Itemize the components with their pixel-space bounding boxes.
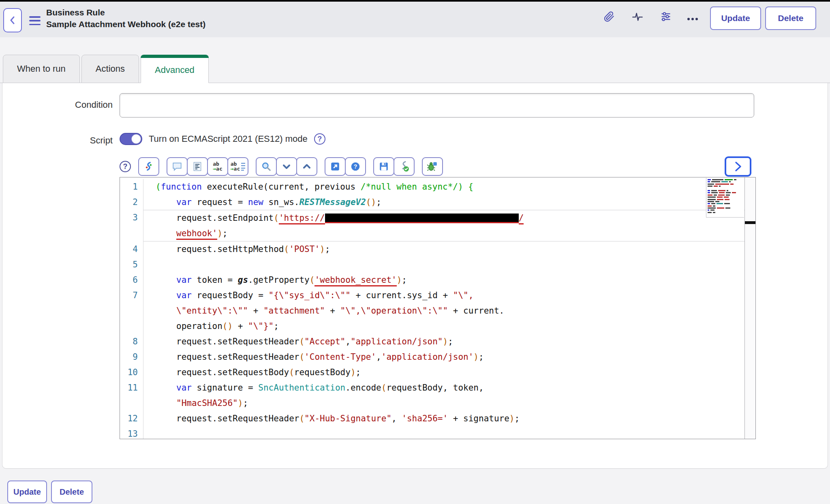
line-number: 4 xyxy=(120,241,143,257)
code-line[interactable]: 3request.setEndpoint('https:///webhook')… xyxy=(120,210,744,241)
line-number: 7 xyxy=(120,288,143,334)
code-line[interactable]: 11var signature = SncAuthentication.enco… xyxy=(120,380,744,411)
code-line[interactable]: 5 xyxy=(120,257,744,272)
editor-help-blue-icon[interactable]: ? xyxy=(345,157,366,176)
line-number: 3 xyxy=(120,210,143,241)
condition-input[interactable] xyxy=(120,93,754,117)
ecmascript-toggle-label: Turn on ECMAScript 2021 (ES12) mode xyxy=(149,134,308,144)
save-icon[interactable] xyxy=(373,157,394,176)
script-code-editor[interactable]: 1(function executeRule(current, previous… xyxy=(120,177,756,439)
record-type: Business Rule xyxy=(46,6,205,18)
tab-advanced[interactable]: Advanced xyxy=(141,55,209,83)
tab-when-to-run[interactable]: When to run xyxy=(3,55,80,83)
personalize-form-sliders-icon[interactable] xyxy=(660,11,672,23)
footer-delete-button[interactable]: Delete xyxy=(51,481,92,503)
ecmascript-help-icon[interactable]: ? xyxy=(314,133,325,145)
ecmascript-toggle-row: Turn on ECMAScript 2021 (ES12) mode ? xyxy=(120,133,325,145)
attachment-paperclip-icon[interactable] xyxy=(603,11,615,23)
line-number: 12 xyxy=(120,411,143,426)
tab-bar: When to run Actions Advanced xyxy=(3,55,209,83)
condition-label: Condition xyxy=(0,100,113,110)
editor-scrollbar-thumb[interactable] xyxy=(745,221,755,224)
find-next-chevron-down-icon[interactable] xyxy=(276,157,297,176)
code-line[interactable]: 9request.setRequestHeader('Content-Type'… xyxy=(120,349,744,365)
activity-stream-icon[interactable] xyxy=(631,11,644,23)
expand-editor-chevron-right-button[interactable] xyxy=(725,156,751,177)
format-code-script-icon[interactable] xyxy=(138,157,159,176)
format-document-icon[interactable] xyxy=(187,157,208,176)
editor-help-icon[interactable]: ? xyxy=(120,161,131,172)
code-minimap[interactable] xyxy=(706,178,744,218)
redacted-url xyxy=(325,214,519,223)
line-number: 13 xyxy=(120,426,143,439)
code-line[interactable]: 1(function executeRule(current, previous… xyxy=(120,179,744,194)
code-line[interactable]: 8request.setRequestHeader("Accept","appl… xyxy=(120,334,744,349)
context-menu-icon[interactable] xyxy=(29,16,41,25)
search-icon[interactable] xyxy=(256,157,277,176)
open-in-new-window-icon[interactable] xyxy=(325,157,346,176)
more-options-ellipsis-icon[interactable] xyxy=(687,13,699,25)
line-number: 8 xyxy=(120,334,143,349)
replace-all-icon[interactable]: ab→ac xyxy=(227,157,248,176)
line-number: 11 xyxy=(120,380,143,411)
ecmascript-mode-toggle[interactable] xyxy=(120,133,142,145)
code-line[interactable]: 6var token = gs.getProperty('webhook_sec… xyxy=(120,272,744,288)
footer-update-button[interactable]: Update xyxy=(7,481,47,503)
chevron-left-icon xyxy=(8,15,17,26)
toggle-comment-icon[interactable] xyxy=(167,157,188,176)
code-line[interactable]: 10request.setRequestBody(requestBody); xyxy=(120,365,744,380)
code-lines: 1(function executeRule(current, previous… xyxy=(120,179,744,439)
find-previous-chevron-up-icon[interactable] xyxy=(296,157,317,176)
tab-actions[interactable]: Actions xyxy=(81,55,139,83)
line-number: 2 xyxy=(120,194,143,210)
line-number: 1 xyxy=(120,179,143,194)
code-line[interactable]: 7var requestBody = "{\"sys_id\":\"" + cu… xyxy=(120,288,744,334)
code-line[interactable]: 13 xyxy=(120,426,744,439)
line-number: 9 xyxy=(120,349,143,365)
toggle-knob xyxy=(131,134,141,144)
page-title: Business Rule Sample Attachment Webhook … xyxy=(46,6,205,30)
code-line[interactable]: 2var request = new sn_ws.RESTMessageV2()… xyxy=(120,194,744,210)
code-line[interactable]: 12request.setRequestHeader("X-Hub-Signat… xyxy=(120,411,744,426)
delete-button[interactable]: Delete xyxy=(765,6,816,30)
line-number: 6 xyxy=(120,272,143,288)
script-editor-toolbar: ? ab→ac ab→ac xyxy=(120,157,443,176)
line-number: 5 xyxy=(120,257,143,272)
svg-text:?: ? xyxy=(354,163,357,170)
header-bar: Business Rule Sample Attachment Webhook … xyxy=(0,2,830,37)
line-number: 10 xyxy=(120,365,143,380)
replace-icon[interactable]: ab→ac xyxy=(207,157,228,176)
debug-bug-icon[interactable] xyxy=(422,157,443,176)
record-name: Sample Attachment Webhook (e2e test) xyxy=(46,18,205,30)
back-button[interactable] xyxy=(3,8,22,32)
code-line[interactable]: 4request.setHttpMethod('POST'); xyxy=(120,241,744,257)
script-label: Script xyxy=(0,135,113,146)
update-button[interactable]: Update xyxy=(710,6,761,30)
save-script-check-icon[interactable] xyxy=(394,157,415,176)
editor-scrollbar[interactable] xyxy=(744,177,755,439)
